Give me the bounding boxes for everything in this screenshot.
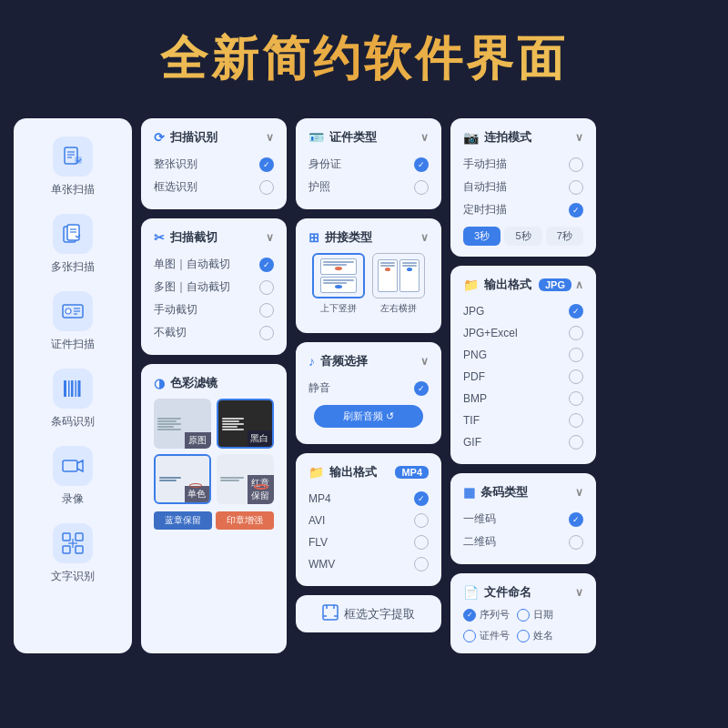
sidebar-item-single-scan[interactable]: 单张扫描	[51, 136, 95, 197]
file-name-option-0-label: 序列号	[480, 608, 510, 622]
scan-crop-option-1[interactable]: 多图｜自动截切	[154, 276, 274, 298]
merge-type-chevron[interactable]: ∨	[420, 231, 429, 244]
cert-type-option-0[interactable]: 身份证 ✓	[308, 153, 429, 176]
scan-crop-chevron[interactable]: ∨	[266, 231, 274, 244]
output-jpg-option-2-label: PNG	[463, 349, 487, 361]
scan-recognize-option-1[interactable]: 框选识别	[154, 176, 274, 198]
file-name-cb-1	[517, 609, 530, 622]
continuous-check-2: ✓	[569, 203, 583, 217]
output-format-jpg-chevron[interactable]: ∧	[575, 278, 583, 291]
file-name-option-0[interactable]: 序列号	[463, 608, 510, 622]
file-name-cb-3	[517, 630, 530, 642]
continuous-option-1-label: 自动扫描	[463, 179, 507, 195]
file-name-options: 序列号 日期 证件号 姓名	[463, 608, 583, 642]
scan-crop-option-0-label: 单图｜自动截切	[154, 257, 230, 272]
sidebar-item-record[interactable]: 录像	[53, 446, 93, 507]
barcode-check-1	[569, 535, 583, 550]
cf-redstamp-label: 红章保留	[248, 475, 274, 504]
cf-singlecolor[interactable]: 单色	[154, 454, 211, 504]
sidebar-item-ocr[interactable]: 文字识别	[51, 523, 95, 584]
scan-crop-check-3	[259, 326, 274, 340]
sidebar-item-cert-scan[interactable]: 证件扫描	[51, 291, 95, 352]
scan-crop-option-0[interactable]: 单图｜自动截切 ✓	[154, 253, 274, 276]
refresh-audio-btn[interactable]: 刷新音频 ↺	[314, 405, 423, 428]
record-icon	[53, 446, 93, 486]
cert-scan-icon	[53, 291, 93, 331]
output-format-jpg-title: 输出格式	[484, 277, 531, 293]
continuous-option-1[interactable]: 自动扫描	[463, 176, 583, 198]
output-jpg-option-6[interactable]: GIF	[463, 431, 583, 453]
svg-rect-14	[64, 380, 66, 397]
scan-crop-option-2-label: 手动截切	[154, 302, 197, 318]
merge-leftright[interactable]: 左右横拼	[372, 253, 425, 315]
output-jpg-option-4-label: BMP	[463, 392, 487, 405]
cf-blackwhite-label: 黑白	[248, 430, 272, 447]
output-jpg-option-4[interactable]: BMP	[463, 388, 583, 410]
cert-type-chevron[interactable]: ∨	[420, 131, 429, 144]
continuous-mode-title: 连拍模式	[484, 129, 531, 146]
output-mp4-option-1[interactable]: AVI	[308, 510, 429, 531]
output-jpg-option-0[interactable]: JPG ✓	[463, 300, 583, 322]
output-jpg-option-2[interactable]: PNG	[463, 344, 583, 366]
barcode-option-1[interactable]: 二维码	[463, 531, 583, 553]
audio-header: ♪ 音频选择 ∨	[308, 353, 429, 369]
audio-option-0[interactable]: 静音 ✓	[308, 377, 429, 399]
output-jpg-option-5[interactable]: TIF	[463, 410, 583, 431]
cert-type-panel: 🪪 证件类型 ∨ 身份证 ✓ 护照	[296, 118, 441, 209]
barcode-option-0[interactable]: 一维码 ✓	[463, 508, 583, 531]
output-mp4-check-3	[414, 557, 429, 571]
page-title: 全新简约软件界面	[0, 0, 728, 109]
file-name-chevron[interactable]: ∨	[575, 586, 583, 599]
audio-chevron[interactable]: ∨	[420, 355, 429, 368]
scan-recognize-chevron[interactable]: ∨	[266, 131, 274, 144]
output-mp4-option-3[interactable]: WMV	[308, 553, 429, 575]
cert-type-option-1[interactable]: 护照	[308, 176, 429, 198]
timer-7s[interactable]: 7秒	[546, 227, 583, 246]
output-jpg-option-3[interactable]: PDF	[463, 366, 583, 388]
output-mp4-option-0-label: MP4	[308, 492, 331, 505]
cert-type-icon: 🪪	[308, 130, 324, 145]
cf-bluestamp[interactable]: 蓝章保留	[154, 511, 212, 530]
file-name-option-3-label: 姓名	[533, 629, 553, 642]
extract-text-btn[interactable]: 框选文字提取	[296, 595, 441, 632]
barcode-icon	[53, 369, 93, 409]
cf-redstamp[interactable]: 红章保留	[217, 454, 274, 504]
scan-crop-option-3[interactable]: 不截切	[154, 321, 274, 344]
audio-option-0-label: 静音	[308, 380, 330, 396]
continuous-mode-chevron[interactable]: ∨	[575, 131, 583, 144]
output-mp4-option-0[interactable]: MP4 ✓	[308, 488, 429, 510]
column-2: ⟳ 扫描识别 ∨ 整张识别 ✓ 框选识别 ✂ 扫描截切 ∨	[141, 118, 287, 653]
timer-3s[interactable]: 3秒	[463, 227, 500, 246]
file-name-option-2-label: 证件号	[480, 629, 510, 642]
scan-crop-option-2[interactable]: 手动截切	[154, 298, 274, 321]
merge-preview: 上下竖拼	[308, 253, 429, 315]
svg-rect-16	[71, 380, 74, 397]
audio-check-0: ✓	[414, 381, 429, 396]
continuous-option-2[interactable]: 定时扫描 ✓	[463, 198, 583, 221]
continuous-option-0[interactable]: 手动扫描	[463, 153, 583, 176]
sidebar-item-barcode[interactable]: 条码识别	[51, 369, 95, 430]
cf-blackwhite[interactable]: 黑白	[217, 399, 274, 449]
scan-recognize-title: 扫描识别	[170, 129, 217, 146]
sidebar-item-multi-scan[interactable]: 多张扫描	[51, 214, 95, 275]
output-jpg-check-3	[569, 369, 583, 384]
output-format-jpg-badge: JPG	[539, 278, 571, 291]
barcode-option-1-label: 二维码	[463, 534, 496, 550]
output-mp4-option-2[interactable]: FLV	[308, 531, 429, 553]
file-name-option-3[interactable]: 姓名	[517, 629, 553, 642]
scan-recognize-option-0[interactable]: 整张识别 ✓	[154, 153, 274, 176]
barcode-type-chevron[interactable]: ∨	[575, 486, 583, 499]
merge-topbottom[interactable]: 上下竖拼	[312, 253, 365, 315]
cf-enhance[interactable]: 印章增强	[216, 511, 274, 530]
file-name-option-2[interactable]: 证件号	[463, 629, 510, 642]
timer-5s[interactable]: 5秒	[504, 227, 541, 246]
cf-original[interactable]: 原图	[154, 399, 211, 449]
file-name-option-1[interactable]: 日期	[517, 608, 553, 622]
audio-select-panel: ♪ 音频选择 ∨ 静音 ✓ 刷新音频 ↺	[296, 342, 441, 444]
output-jpg-option-1[interactable]: JPG+Excel	[463, 322, 583, 344]
svg-rect-21	[63, 533, 70, 541]
barcode-type-icon: ▦	[463, 485, 475, 500]
single-scan-label: 单张扫描	[51, 182, 95, 197]
scan-crop-option-3-label: 不截切	[154, 325, 187, 340]
sidebar: 单张扫描 多张扫描	[14, 118, 132, 653]
